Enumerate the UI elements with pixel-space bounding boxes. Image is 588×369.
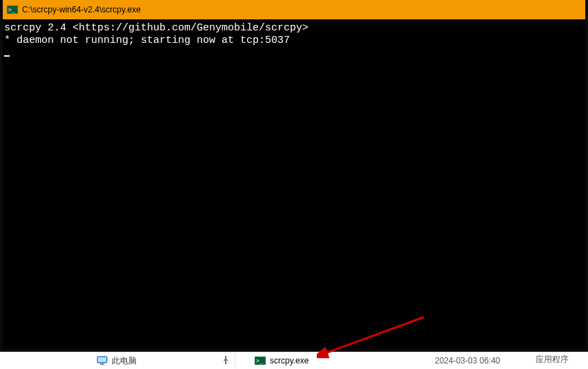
nav-this-pc[interactable]: 此电脑 (0, 352, 235, 369)
window-titlebar[interactable]: >_ C:\scrcpy-win64-v2.4\scrcpy.exe (3, 0, 585, 19)
explorer-row: 此电脑 >_ scrcpy.exe 2024-03-03 06:40 应用程序 (0, 352, 588, 369)
text-cursor (4, 55, 10, 57)
nav-this-pc-label: 此电脑 (112, 355, 137, 367)
window-title: C:\scrcpy-win64-v2.4\scrcpy.exe (22, 5, 141, 15)
svg-text:>_: >_ (8, 7, 15, 13)
pin-icon[interactable] (222, 356, 229, 366)
computer-icon (97, 356, 108, 366)
console-window: >_ C:\scrcpy-win64-v2.4\scrcpy.exe scrcp… (0, 0, 588, 352)
file-name-label: scrcpy.exe (270, 356, 308, 366)
console-output[interactable]: scrcpy 2.4 <https://github.com/Genymobil… (3, 19, 585, 349)
svg-text:>_: >_ (256, 358, 263, 364)
svg-rect-5 (100, 363, 104, 365)
console-line: scrcpy 2.4 <https://github.com/Genymobil… (4, 22, 308, 34)
terminal-icon: >_ (255, 356, 266, 366)
file-date-label: 2024-03-03 06:40 (435, 356, 500, 366)
file-type-label: 应用程序 (536, 354, 569, 366)
svg-rect-4 (98, 357, 106, 362)
terminal-icon: >_ (7, 5, 18, 15)
console-line: * daemon not running; starting now at tc… (4, 35, 290, 46)
